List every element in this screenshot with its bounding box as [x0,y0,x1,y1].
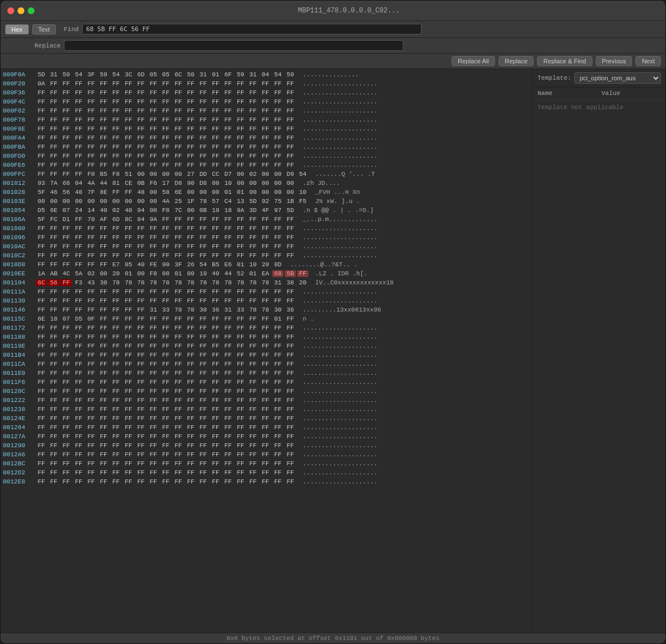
hex-byte[interactable]: 00 [260,180,271,187]
hex-byte[interactable]: FF [260,343,271,349]
hex-byte[interactable]: 54 [297,171,308,178]
hex-byte[interactable]: 00 [210,189,221,196]
hex-byte[interactable]: FF [36,126,47,132]
hex-byte[interactable]: FF [73,116,84,123]
hex-byte[interactable]: FF [73,80,84,87]
hex-byte[interactable]: FF [272,144,283,150]
hex-byte[interactable]: FF [36,334,47,340]
hex-byte[interactable]: FF [135,415,147,422]
hex-byte[interactable]: FF [272,460,283,467]
hex-byte[interactable]: FF [135,135,147,141]
hex-byte[interactable]: FF [61,162,72,168]
hex-byte[interactable]: FF [285,451,296,458]
hex-byte[interactable]: FF [123,370,134,377]
hex-byte[interactable]: 43 [85,279,97,286]
hex-byte[interactable]: FF [48,243,59,250]
hex-byte[interactable]: FF [210,135,221,141]
hex-byte[interactable]: 4F [260,207,271,214]
hex-row[interactable]: 001012937A68044A4481CE0BF617D890D8001000… [1,179,532,188]
hex-byte[interactable]: FF [272,433,283,440]
hex-row[interactable]: 0011B4FFFFFFFFFFFFFFFFFFFFFFFFFFFFFFFFFF… [1,351,532,360]
hex-byte[interactable]: FF [210,216,221,223]
hex-byte[interactable]: 5D [285,207,296,214]
hex-byte[interactable]: 01 [235,189,246,196]
hex-byte[interactable]: FF [36,388,47,395]
hex-byte[interactable]: FF [98,469,109,476]
hex-byte[interactable]: FF [110,225,122,232]
hex-byte[interactable]: FF [285,343,296,349]
hex-byte[interactable]: FF [247,80,259,87]
hex-byte[interactable]: FF [36,234,47,241]
hex-byte[interactable]: FF [235,135,246,141]
hex-byte[interactable]: FF [98,144,109,150]
hex-byte[interactable]: FF [148,460,159,467]
hex-byte[interactable]: FF [185,361,196,368]
hex-byte[interactable]: FF [98,433,109,440]
hex-byte[interactable]: FF [123,460,134,467]
hex-byte[interactable]: FF [185,252,196,259]
hex-byte[interactable]: D5 [73,315,84,322]
hex-byte[interactable]: FF [123,116,134,123]
hex-byte[interactable]: FF [222,126,234,132]
hex-byte[interactable]: FF [210,397,221,404]
hex-byte[interactable]: 0B [135,180,147,187]
hex-byte[interactable]: 78 [173,306,184,313]
hex-byte[interactable]: FF [285,116,296,123]
hex-byte[interactable]: FF [247,162,259,168]
hex-byte[interactable]: FF [210,370,221,377]
hex-byte[interactable]: FF [148,325,159,331]
hex-byte[interactable]: D9 [285,171,296,178]
hex-byte[interactable]: FF [285,98,296,105]
hex-byte[interactable]: FF [160,478,171,485]
hex-byte[interactable]: FF [148,442,159,449]
hex-byte[interactable]: FF [285,334,296,340]
hex-byte[interactable]: FF [61,352,72,358]
hex-byte[interactable]: FF [260,469,271,476]
hex-byte[interactable]: FF [173,315,184,322]
hex-byte[interactable]: 26 [185,261,196,268]
hex-byte[interactable]: FF [285,297,296,304]
hex-byte[interactable]: 0F [85,315,97,322]
hex-byte[interactable]: FF [260,361,271,368]
hex-byte[interactable]: FF [185,89,196,96]
hex-row[interactable]: 00124EFFFFFFFFFFFFFFFFFFFFFFFFFFFFFFFFFF… [1,414,532,423]
hex-byte[interactable]: FF [110,433,122,440]
close-button[interactable] [7,7,14,14]
hex-byte[interactable]: FF [247,460,259,467]
hex-byte[interactable]: FF [48,144,59,150]
hex-byte[interactable]: 20 [297,279,308,286]
hex-byte[interactable]: FF [173,89,184,96]
hex-byte[interactable]: FF [36,361,47,368]
hex-byte[interactable]: FF [197,406,209,413]
hex-byte[interactable]: F0 [85,171,97,178]
hex-byte[interactable]: FF [197,388,209,395]
hex-byte[interactable]: FF [110,451,122,458]
hex-byte[interactable]: FF [173,442,184,449]
hex-byte[interactable]: FF [197,252,209,259]
hex-byte[interactable]: FF [185,225,196,232]
hex-byte[interactable]: FF [160,451,171,458]
hex-byte[interactable]: 17 [160,180,171,187]
hex-row[interactable]: 00119EFFFFFFFFFFFFFFFFFFFFFFFFFFFFFFFFFF… [1,342,532,351]
hex-byte[interactable]: FF [48,406,59,413]
hex-byte[interactable]: FF [73,379,84,386]
hex-byte[interactable]: FF [222,352,234,358]
hex-byte[interactable]: FF [85,361,97,368]
hex-byte[interactable]: FF [36,451,47,458]
hex-byte[interactable]: FF [73,261,84,268]
hex-row[interactable]: 0012D2FFFFFFFFFFFFFFFFFFFFFFFFFFFFFFFFFF… [1,468,532,477]
hex-byte[interactable]: FE [148,261,159,268]
hex-byte[interactable]: FF [197,107,209,114]
hex-byte[interactable]: FF [185,288,196,295]
hex-byte[interactable]: FF [235,415,246,422]
hex-byte[interactable]: FF [36,352,47,358]
hex-byte[interactable]: 3D [247,207,259,214]
hex-byte[interactable]: FF [272,424,283,431]
hex-byte[interactable]: 01 [222,189,234,196]
hex-byte[interactable]: FF [185,406,196,413]
hex-byte[interactable]: 78 [260,306,271,313]
hex-byte[interactable]: 44 [222,270,234,277]
hex-byte[interactable]: FF [110,442,122,449]
hex-byte[interactable]: 56 [48,279,59,286]
hex-byte[interactable]: FF [98,451,109,458]
